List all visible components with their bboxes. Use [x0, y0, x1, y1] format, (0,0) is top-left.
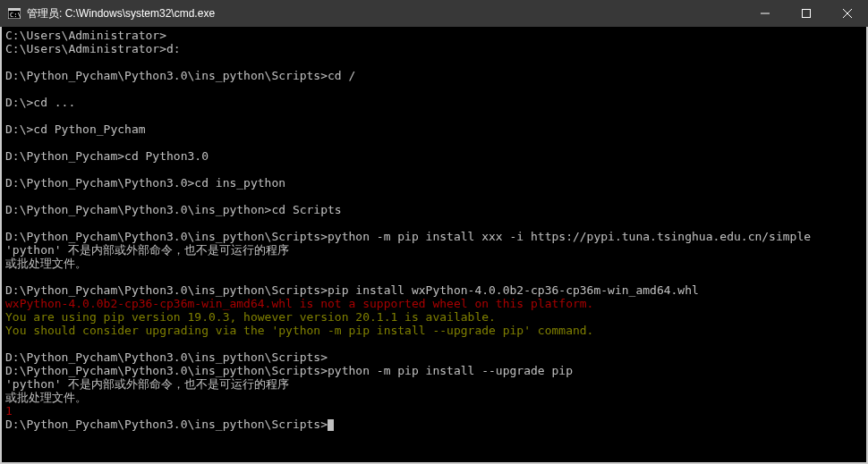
- terminal-line: [5, 55, 863, 69]
- terminal-line: D:\Python_Pycham\Python3.0\ins_python\Sc…: [5, 230, 863, 243]
- svg-rect-4: [803, 10, 811, 18]
- terminal-line: D:\Python_Pycham\Python3.0\ins_python\Sc…: [5, 350, 863, 364]
- terminal-line: 或批处理文件。: [5, 391, 863, 404]
- terminal-line: [5, 270, 863, 283]
- minimize-button[interactable]: [745, 0, 786, 27]
- titlebar[interactable]: C:\ 管理员: C:\Windows\system32\cmd.exe: [0, 0, 868, 27]
- terminal-line: [5, 82, 863, 96]
- terminal-line: 1: [5, 404, 863, 418]
- terminal-line: wxPython-4.0.0b2-cp36-cp36m-win_amd64.wh…: [5, 297, 863, 310]
- terminal-line: 'python' 不是内部或外部命令，也不是可运行的程序: [5, 377, 863, 391]
- terminal-line: D:\>cd Python_Pycham: [5, 122, 863, 136]
- close-button[interactable]: [827, 0, 868, 27]
- terminal-line: [5, 109, 863, 122]
- svg-text:C:\: C:\: [10, 12, 21, 19]
- terminal-line: D:\Python_Pycham\Python3.0>cd ins_python: [5, 176, 863, 190]
- terminal-line: D:\Python_Pycham\Python3.0\ins_python\Sc…: [5, 69, 863, 82]
- window-controls: [745, 0, 868, 27]
- terminal-line: You should consider upgrading via the 'p…: [5, 324, 863, 337]
- terminal-line: [5, 163, 863, 176]
- terminal-line: [5, 216, 863, 230]
- maximize-button[interactable]: [786, 0, 827, 27]
- terminal-output[interactable]: C:\Users\Administrator>C:\Users\Administ…: [0, 27, 868, 464]
- terminal-line: C:\Users\Administrator>: [5, 29, 863, 42]
- terminal-line: [5, 337, 863, 350]
- terminal-line: D:\Python_Pycham\Python3.0\ins_python>cd…: [5, 203, 863, 216]
- terminal-line: 'python' 不是内部或外部命令，也不是可运行的程序: [5, 243, 863, 257]
- cmd-icon: C:\: [7, 6, 21, 21]
- terminal-line: D:\Python_Pycham>cd Python3.0: [5, 149, 863, 163]
- terminal-line: You are using pip version 19.0.3, howeve…: [5, 310, 863, 324]
- terminal-line: D:\Python_Pycham\Python3.0\ins_python\Sc…: [5, 418, 863, 431]
- terminal-line: C:\Users\Administrator>d:: [5, 42, 863, 55]
- terminal-line: 或批处理文件。: [5, 257, 863, 270]
- terminal-line: D:\Python_Pycham\Python3.0\ins_python\Sc…: [5, 364, 863, 377]
- cursor: [328, 419, 334, 431]
- terminal-line: [5, 190, 863, 203]
- svg-rect-1: [8, 8, 21, 11]
- terminal-line: D:\>cd ...: [5, 96, 863, 109]
- terminal-line: [5, 136, 863, 149]
- terminal-line: D:\Python_Pycham\Python3.0\ins_python\Sc…: [5, 283, 863, 297]
- window-title: 管理员: C:\Windows\system32\cmd.exe: [27, 6, 745, 21]
